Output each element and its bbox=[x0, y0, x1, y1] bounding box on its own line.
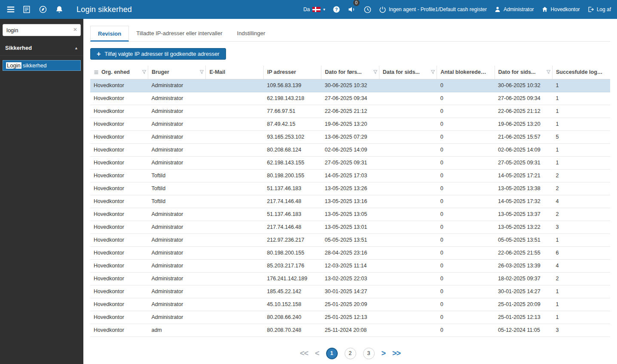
sound-icon[interactable]: 0 bbox=[348, 5, 356, 14]
table-cell: 0 bbox=[437, 246, 495, 259]
column-label: Dato for sids... bbox=[498, 69, 536, 75]
table-cell bbox=[379, 169, 437, 182]
column-header-e-mail[interactable]: E-Mail bbox=[206, 66, 263, 79]
table-cell: 22-06-2025 21:55 bbox=[495, 246, 552, 259]
table-row[interactable]: HovedkontorAdministrator85.203.217.17612… bbox=[90, 259, 610, 272]
table-row[interactable]: HovedkontorAdministrator62.198.143.15527… bbox=[90, 156, 610, 169]
filter-icon[interactable] bbox=[199, 70, 204, 75]
organization-menu[interactable]: Hovedkontor bbox=[541, 6, 580, 13]
pagination-page-3[interactable]: 3 bbox=[363, 348, 375, 359]
table-cell: Administrator bbox=[148, 118, 205, 130]
table-row[interactable]: HovedkontorToftild51.137.46.18313-05-202… bbox=[90, 182, 610, 195]
home-icon bbox=[541, 6, 548, 13]
table-row[interactable]: HovedkontorAdministrator80.208.68.12402-… bbox=[90, 143, 610, 156]
table-cell: 27-06-2025 09:34 bbox=[321, 92, 379, 105]
table-row[interactable]: HovedkontorAdministrator185.45.22.14230-… bbox=[90, 285, 610, 298]
power-icon bbox=[379, 6, 386, 13]
column-header-bruger[interactable]: Bruger bbox=[148, 66, 205, 79]
language-selector[interactable]: Da ▾ bbox=[303, 6, 325, 12]
compass-icon[interactable] bbox=[39, 5, 55, 14]
table-row[interactable]: HovedkontorAdministrator217.74.146.4813-… bbox=[90, 221, 610, 234]
add-button-label: Tilføj valgte IP adresser til godkendte … bbox=[104, 51, 219, 57]
tab-revision[interactable]: Revision bbox=[90, 26, 129, 42]
filter-icon[interactable] bbox=[373, 70, 378, 75]
table-row[interactable]: HovedkontorAdministrator109.56.83.13930-… bbox=[90, 79, 610, 92]
table-cell: Toftild bbox=[148, 169, 205, 182]
table-cell: 13-05-2025 13:26 bbox=[321, 182, 379, 195]
table-cell: 176.241.142.189 bbox=[263, 272, 321, 285]
table-cell: Hovedkontor bbox=[90, 169, 148, 182]
table-cell: 14-05-2025 17:03 bbox=[321, 169, 379, 182]
column-header-antal-blokerede-for[interactable]: Antal blokerede for... bbox=[437, 66, 495, 79]
table-cell bbox=[206, 143, 263, 156]
pagination-page-2[interactable]: 2 bbox=[345, 348, 356, 359]
table-row[interactable]: HovedkontorToftild80.198.200.15514-05-20… bbox=[90, 169, 610, 182]
table-cell bbox=[379, 298, 437, 311]
table-cell: 6 bbox=[553, 246, 611, 259]
table-cell: 0 bbox=[437, 259, 495, 272]
pagination-last-button[interactable]: >> bbox=[392, 349, 400, 358]
table-row[interactable]: HovedkontorAdministrator212.97.236.21705… bbox=[90, 234, 610, 246]
table-cell: 80.198.200.155 bbox=[263, 246, 321, 259]
column-header-org-enhed[interactable]: Org. enhed bbox=[90, 66, 148, 79]
table-row[interactable]: HovedkontorAdministrator62.198.143.21827… bbox=[90, 92, 610, 105]
table-row[interactable]: HovedkontorAdministrator80.208.66.24025-… bbox=[90, 311, 610, 324]
table-cell: Hovedkontor bbox=[90, 298, 148, 311]
table-cell bbox=[379, 272, 437, 285]
clock-icon[interactable] bbox=[363, 6, 372, 14]
table-row[interactable]: HovedkontorAdministrator93.165.253.10213… bbox=[90, 130, 610, 143]
filter-icon[interactable] bbox=[142, 70, 147, 75]
table-cell: 28-04-2025 23:16 bbox=[321, 246, 379, 259]
notification-badge: 0 bbox=[353, 0, 360, 6]
tab-tilladte-ip-adresser-eller-intervaller[interactable]: Tilladte IP-adresser eller intervaller bbox=[129, 26, 229, 41]
pagination-next-button[interactable]: > bbox=[382, 349, 386, 358]
top-bar-left: Login sikkerhed bbox=[6, 5, 132, 14]
column-header-dato-for-sids[interactable]: Dato for sids... bbox=[495, 66, 552, 79]
table-cell: 0 bbox=[437, 182, 495, 195]
pagination-first-button[interactable]: << bbox=[300, 349, 308, 358]
table-row[interactable]: HovedkontorAdministrator77.66.97.5122-06… bbox=[90, 105, 610, 118]
table-cell: Hovedkontor bbox=[90, 182, 148, 195]
table-row[interactable]: HovedkontorAdministrator51.137.46.18313-… bbox=[90, 208, 610, 221]
search-input[interactable] bbox=[3, 24, 81, 36]
register-icon[interactable] bbox=[22, 5, 39, 14]
table-row[interactable]: HovedkontorAdministrator176.241.142.1891… bbox=[90, 272, 610, 285]
table-row[interactable]: HovedkontorAdministrator45.10.152.15825-… bbox=[90, 298, 610, 311]
sidebar-item-login-sikkerhed[interactable]: Loginsikkerhed bbox=[3, 60, 81, 71]
column-header-dato-for-f-rs[interactable]: Dato for førs... bbox=[321, 66, 379, 79]
column-label: Succesfulde logins bbox=[556, 69, 603, 75]
table-cell: 0 bbox=[437, 156, 495, 169]
table-cell: Administrator bbox=[148, 298, 205, 311]
table-row[interactable]: HovedkontorAdministrator80.198.200.15528… bbox=[90, 246, 610, 259]
table-cell: 02-06-2025 14:09 bbox=[321, 143, 379, 156]
tab-indstillinger[interactable]: Indstillinger bbox=[230, 26, 273, 41]
table-cell bbox=[206, 118, 263, 130]
logout-button[interactable]: Log af bbox=[587, 6, 611, 13]
table-cell: 13-05-2025 13:37 bbox=[495, 208, 552, 221]
column-header-ip-adresser[interactable]: IP adresser bbox=[263, 66, 321, 79]
filter-icon[interactable] bbox=[431, 70, 435, 75]
filter-icon[interactable] bbox=[546, 70, 551, 75]
bell-icon[interactable] bbox=[55, 5, 71, 14]
column-header-succesfulde-logins[interactable]: Succesfulde logins bbox=[553, 66, 611, 79]
table-cell: 1 bbox=[553, 298, 611, 311]
table-cell bbox=[206, 285, 263, 298]
pagination-prev-button[interactable]: < bbox=[315, 349, 319, 358]
pagination-page-1[interactable]: 1 bbox=[326, 348, 338, 359]
table-row[interactable]: HovedkontorToftild217.74.146.4813-05-202… bbox=[90, 195, 610, 208]
column-header-data-for-sids[interactable]: Data for sids... bbox=[379, 66, 437, 79]
sidebar-section-sikkerhed[interactable]: Sikkerhed ▲ bbox=[0, 40, 83, 56]
menu-icon[interactable] bbox=[6, 5, 22, 14]
table-cell bbox=[206, 105, 263, 118]
agent-status[interactable]: Ingen agent - Profile1/Default cash regi… bbox=[379, 6, 487, 13]
add-ip-addresses-button[interactable]: + Tilføj valgte IP adresser til godkendt… bbox=[90, 48, 226, 60]
table-row[interactable]: Hovedkontoradm80.208.70.24825-11-2024 20… bbox=[90, 324, 610, 337]
user-menu[interactable]: Administrator bbox=[494, 6, 534, 13]
clear-search-icon[interactable]: ✕ bbox=[73, 27, 77, 32]
table-cell: 1 bbox=[553, 79, 611, 92]
grid-rows-icon bbox=[94, 70, 99, 75]
table-cell bbox=[206, 298, 263, 311]
table-cell: Hovedkontor bbox=[90, 92, 148, 105]
help-icon[interactable]: ? bbox=[333, 6, 340, 13]
table-row[interactable]: HovedkontorAdministrator87.49.42.1519-06… bbox=[90, 118, 610, 130]
